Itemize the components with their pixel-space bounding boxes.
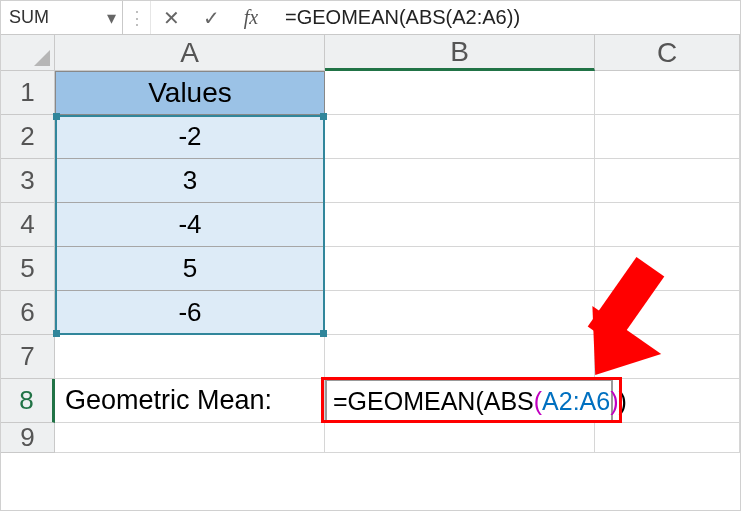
column-header-A[interactable]: A xyxy=(55,35,325,71)
name-box-dropdown-icon[interactable]: ▾ xyxy=(106,13,116,23)
enter-button[interactable]: ✓ xyxy=(191,1,231,34)
cell-B8[interactable]: =GEOMEAN(ABS(A2:A6)) xyxy=(325,379,613,423)
cell-A8[interactable]: Geometric Mean: xyxy=(55,379,325,423)
cell-B1[interactable] xyxy=(325,71,595,115)
spreadsheet-grid: A B C 1 Values 2 -2 3 3 4 -4 5 5 6 -6 xyxy=(1,35,740,453)
row-header-6[interactable]: 6 xyxy=(1,291,55,335)
cell-A5[interactable]: 5 xyxy=(55,247,325,291)
cancel-button[interactable]: ✕ xyxy=(151,1,191,34)
row-8: 8 Geometric Mean: =GEOMEAN(ABS(A2:A6)) xyxy=(1,379,740,423)
cell-A4[interactable]: -4 xyxy=(55,203,325,247)
row-header-9[interactable]: 9 xyxy=(1,423,55,453)
insert-function-button[interactable]: fx xyxy=(231,1,271,34)
cell-A7[interactable] xyxy=(55,335,325,379)
cell-A2[interactable]: -2 xyxy=(55,115,325,159)
row-9: 9 xyxy=(1,423,740,453)
cell-C1[interactable] xyxy=(595,71,740,115)
formula-bar: SUM ▾ ⋮ ✕ ✓ fx =GEOMEAN(ABS(A2:A6)) xyxy=(1,1,740,35)
cell-B6[interactable] xyxy=(325,291,595,335)
name-box-value: SUM xyxy=(9,7,49,28)
row-header-7[interactable]: 7 xyxy=(1,335,55,379)
row-header-8[interactable]: 8 xyxy=(1,379,55,423)
cell-A1[interactable]: Values xyxy=(55,71,325,115)
cell-C7[interactable] xyxy=(595,335,740,379)
name-box[interactable]: SUM ▾ xyxy=(1,1,123,34)
cell-B5[interactable] xyxy=(325,247,595,291)
row-4: 4 -4 xyxy=(1,203,740,247)
row-6: 6 -6 xyxy=(1,291,740,335)
cell-C8[interactable] xyxy=(613,379,740,423)
cell-A9[interactable] xyxy=(55,423,325,453)
row-header-1[interactable]: 1 xyxy=(1,71,55,115)
column-header-row: A B C xyxy=(1,35,740,71)
row-2: 2 -2 xyxy=(1,115,740,159)
formula-bar-text: =GEOMEAN(ABS(A2:A6)) xyxy=(285,6,520,28)
row-header-3[interactable]: 3 xyxy=(1,159,55,203)
column-header-B[interactable]: B xyxy=(325,35,595,71)
cell-A3[interactable]: 3 xyxy=(55,159,325,203)
check-icon: ✓ xyxy=(203,6,220,30)
cell-B2[interactable] xyxy=(325,115,595,159)
row-7: 7 xyxy=(1,335,740,379)
row-3: 3 3 xyxy=(1,159,740,203)
cell-B9[interactable] xyxy=(325,423,595,453)
fx-icon: fx xyxy=(244,6,258,29)
cell-C4[interactable] xyxy=(595,203,740,247)
row-header-2[interactable]: 2 xyxy=(1,115,55,159)
row-header-5[interactable]: 5 xyxy=(1,247,55,291)
cell-B4[interactable] xyxy=(325,203,595,247)
cell-C5[interactable] xyxy=(595,247,740,291)
select-all-button[interactable] xyxy=(1,35,55,71)
cell-C6[interactable] xyxy=(595,291,740,335)
row-5: 5 5 xyxy=(1,247,740,291)
cancel-icon: ✕ xyxy=(163,6,180,30)
formula-bar-input[interactable]: =GEOMEAN(ABS(A2:A6)) xyxy=(271,6,740,29)
cell-B3[interactable] xyxy=(325,159,595,203)
column-header-C[interactable]: C xyxy=(595,35,740,71)
cell-C3[interactable] xyxy=(595,159,740,203)
cell-C9[interactable] xyxy=(595,423,740,453)
cell-C2[interactable] xyxy=(595,115,740,159)
cell-A6[interactable]: -6 xyxy=(55,291,325,335)
row-1: 1 Values xyxy=(1,71,740,115)
formula-bar-spacer: ⋮ xyxy=(123,1,151,34)
row-header-4[interactable]: 4 xyxy=(1,203,55,247)
cell-B7[interactable] xyxy=(325,335,595,379)
vdots-icon: ⋮ xyxy=(128,7,146,29)
